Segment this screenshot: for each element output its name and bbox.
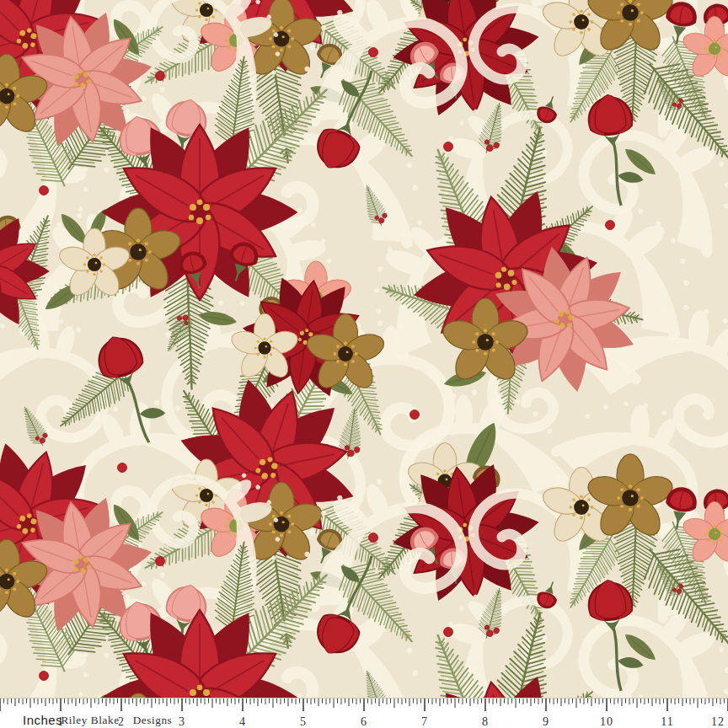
- ruler-number-12: 12: [711, 715, 725, 728]
- ruler-number-7: 7: [421, 715, 428, 728]
- ruler-brand-line2: Designs: [133, 714, 173, 726]
- ruler-brand-line1: Riley Blake: [61, 714, 119, 726]
- fabric-area: [0, 0, 728, 698]
- fabric-swatch-scan: Inches Riley Blake Designs 1234567891011…: [0, 0, 728, 728]
- ruler-number-1: 1: [57, 715, 64, 728]
- ruler-number-11: 11: [661, 715, 673, 728]
- ruler-number-9: 9: [543, 715, 549, 728]
- floral-fabric-pattern: [0, 0, 728, 698]
- ruler-number-6: 6: [361, 715, 367, 728]
- ruler-number-8: 8: [482, 715, 489, 728]
- ruler-number-3: 3: [179, 715, 185, 728]
- ruler-number-10: 10: [600, 715, 613, 728]
- ruler-number-4: 4: [239, 715, 246, 728]
- ruler-number-5: 5: [300, 715, 307, 728]
- ruler-number-2: 2: [118, 715, 125, 728]
- ruler-scale: Inches Riley Blake Designs 1234567891011…: [0, 699, 728, 728]
- ruler: Inches Riley Blake Designs 1234567891011…: [0, 698, 728, 728]
